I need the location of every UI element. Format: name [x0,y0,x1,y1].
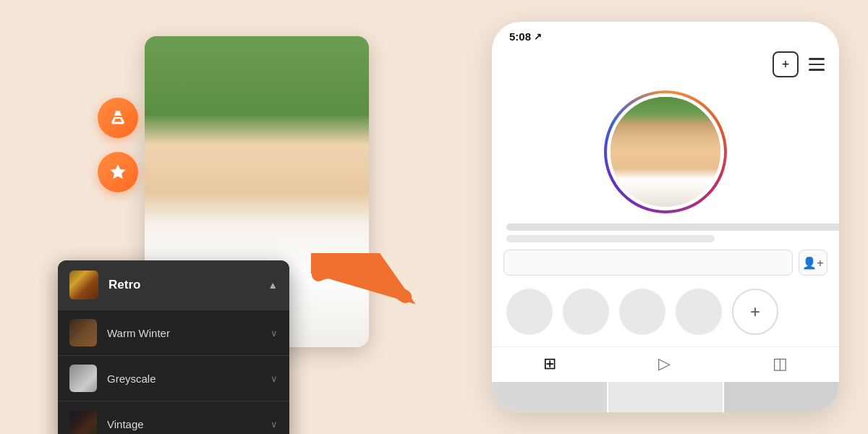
story-circle-2[interactable] [563,289,609,335]
story-circle-4[interactable] [676,289,722,335]
greyscale-chevron: ∨ [271,373,278,384]
star-icon [109,163,127,182]
grid-cell-1 [492,382,607,412]
add-person-icon: 👤+ [802,256,823,270]
greyscale-thumb [69,365,97,392]
search-input-mock[interactable] [503,250,793,276]
story-ring[interactable] [604,90,727,213]
vintage-label: Vintage [107,418,271,430]
warm-winter-label: Warm Winter [107,327,271,339]
directional-arrow [311,253,427,328]
avatar-photo [610,97,720,207]
add-friend-button[interactable]: 👤+ [799,250,827,276]
photo-grid-row [492,382,839,412]
profile-avatar [607,93,724,210]
arrow-svg [311,253,427,326]
greyscale-item[interactable]: Greyscale ∨ [58,355,289,401]
retro-thumb [69,271,98,299]
add-post-button[interactable]: + [773,51,799,77]
grid-tab[interactable]: ⊞ [543,354,556,373]
retro-filter-header[interactable]: Retro ▲ [58,260,289,310]
greyscale-label: Greyscale [107,373,271,385]
flask-tool-button[interactable] [98,98,138,138]
warm-winter-item[interactable]: Warm Winter ∨ [58,310,289,355]
tab-bar: ⊞ ▷ ◫ [492,346,839,380]
menu-line-1 [809,58,825,60]
phone-header: + [492,48,839,83]
grid-cell-2 [608,382,723,412]
left-section: Retro ▲ Warm Winter ∨ Greyscale ∨ Vintag… [58,36,376,398]
content-bar-1 [506,224,839,231]
retro-chevron: ▲ [268,279,278,291]
menu-line-3 [809,69,825,71]
vintage-thumb [69,410,97,434]
video-tab[interactable]: ▷ [658,354,671,373]
search-add-row: 👤+ [503,250,827,276]
navigation-icon: ↗ [534,31,542,42]
story-circles-row: + [492,281,839,342]
menu-button[interactable] [809,58,825,71]
story-circle-1[interactable] [506,289,553,335]
warm-winter-chevron: ∨ [271,328,278,339]
flask-icon [109,109,127,127]
menu-line-2 [809,64,825,66]
phone-mockup: 5:08 ↗ + 👤+ + [492,22,839,412]
vintage-item[interactable]: Vintage ∨ [58,401,289,434]
add-story-icon: + [750,302,760,322]
retro-label: Retro [109,278,268,292]
content-bar-2 [506,235,715,242]
filter-dropdown-panel: Retro ▲ Warm Winter ∨ Greyscale ∨ Vintag… [58,260,289,434]
add-story-button[interactable]: + [732,289,778,335]
grid-cell-3 [724,382,839,412]
warm-winter-thumb [69,319,97,346]
status-bar: 5:08 ↗ [492,22,839,48]
plus-icon: + [782,57,790,72]
tagged-tab[interactable]: ◫ [773,354,788,373]
status-time: 5:08 [509,30,531,43]
vintage-chevron: ∨ [271,419,278,430]
star-tool-button[interactable] [98,152,138,192]
story-circle-3[interactable] [619,289,665,335]
story-avatar-container [492,83,839,224]
